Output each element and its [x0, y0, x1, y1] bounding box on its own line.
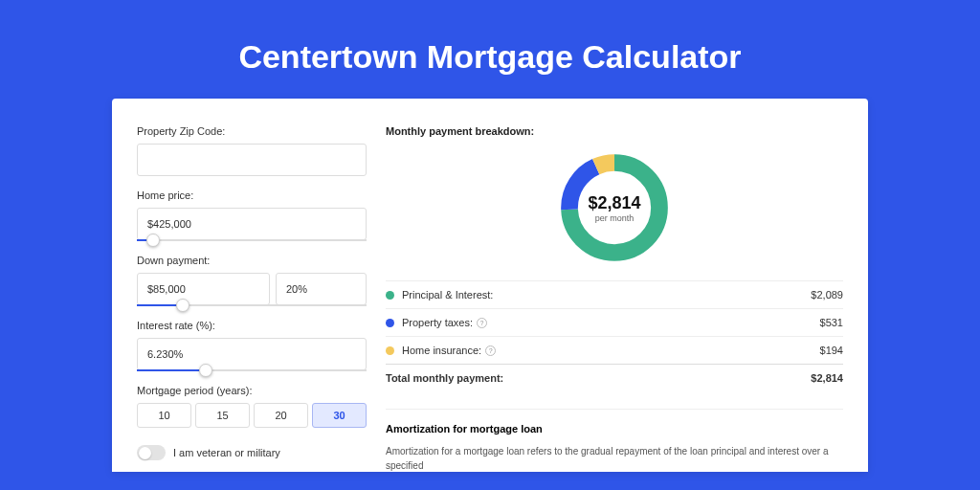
slider-thumb[interactable]: [199, 364, 212, 377]
period-option-20[interactable]: 20: [254, 403, 308, 428]
interest-slider[interactable]: [137, 369, 367, 371]
breakdown-panel: Monthly payment breakdown: $2,814 per mo…: [386, 125, 843, 472]
legend-label: Principal & Interest:: [402, 289, 811, 301]
period-option-30[interactable]: 30: [312, 403, 367, 428]
period-label: Mortgage period (years):: [137, 385, 367, 396]
legend-row-principal: Principal & Interest: $2,089: [386, 280, 843, 308]
amortization-section: Amortization for mortgage loan Amortizat…: [386, 409, 843, 472]
zip-input[interactable]: [137, 144, 367, 176]
home-price-input[interactable]: [137, 208, 367, 240]
amortization-body: Amortization for a mortgage loan refers …: [386, 444, 843, 472]
donut-amount: $2,814: [588, 193, 640, 213]
payment-donut-chart: $2,814 per month: [555, 148, 674, 267]
interest-label: Interest rate (%):: [137, 320, 367, 331]
down-payment-slider[interactable]: [137, 304, 367, 306]
slider-thumb[interactable]: [176, 299, 189, 312]
legend-label: Property taxes:: [402, 317, 473, 328]
period-option-15[interactable]: 15: [195, 403, 250, 428]
info-icon[interactable]: ?: [485, 345, 496, 356]
amortization-title: Amortization for mortgage loan: [386, 423, 843, 434]
form-panel: Property Zip Code: Home price: Down paym…: [137, 125, 367, 472]
legend-value: $2,089: [811, 289, 843, 301]
dot-icon: [386, 319, 394, 327]
donut-sub: per month: [595, 213, 635, 223]
info-icon[interactable]: ?: [477, 318, 487, 328]
veteran-toggle[interactable]: [137, 445, 166, 460]
period-group: 10 15 20 30: [137, 403, 367, 428]
calculator-card: Property Zip Code: Home price: Down paym…: [112, 99, 868, 472]
legend-value: $531: [820, 317, 843, 328]
home-price-slider[interactable]: [137, 239, 367, 241]
home-price-label: Home price:: [137, 189, 367, 201]
legend-row-taxes: Property taxes: ? $531: [386, 308, 843, 336]
down-payment-input[interactable]: [137, 273, 270, 305]
legend-label: Home insurance:: [402, 345, 481, 356]
slider-thumb[interactable]: [146, 234, 160, 247]
legend-value: $194: [820, 345, 843, 356]
dot-icon: [386, 346, 394, 355]
veteran-label: I am veteran or military: [173, 447, 280, 458]
page-title: Centertown Mortgage Calculator: [0, 0, 980, 99]
total-label: Total monthly payment:: [386, 372, 811, 384]
legend-row-total: Total monthly payment: $2,814: [386, 364, 843, 391]
legend-row-insurance: Home insurance: ? $194: [386, 336, 843, 364]
down-payment-pct-input[interactable]: [276, 273, 367, 305]
zip-label: Property Zip Code:: [137, 125, 367, 137]
period-option-10[interactable]: 10: [137, 403, 191, 428]
dot-icon: [386, 291, 394, 300]
interest-input[interactable]: [137, 338, 367, 370]
breakdown-title: Monthly payment breakdown:: [386, 125, 843, 137]
down-payment-label: Down payment:: [137, 255, 367, 266]
total-value: $2,814: [811, 372, 843, 384]
